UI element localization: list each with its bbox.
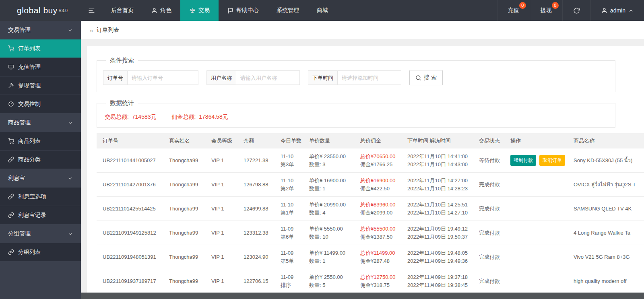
- sidebar-section-2[interactable]: 利息宝: [0, 169, 81, 188]
- order-no-cell: UB2211091948051391: [103, 253, 169, 261]
- search-fields: 订单号用户名称下单时间: [103, 70, 401, 85]
- horizontal-scrollbar[interactable]: [81, 293, 644, 299]
- sidebar-item-0-1[interactable]: 充值管理: [0, 58, 81, 76]
- force-pay-button[interactable]: 强制付款: [510, 155, 536, 166]
- table-row: UB2211101441005027Thongcha99VIP 1127221.…: [97, 148, 644, 173]
- real-name: Thongcha99: [169, 181, 211, 189]
- unfreeze-time: 2022年11月09日 19:38:45: [407, 281, 479, 289]
- table-body: UB2211101441005027Thongcha99VIP 1127221.…: [97, 148, 644, 293]
- stats-fieldset: 数据统计 交易总额: 714583元 佣金总额: 17864.58元: [97, 99, 615, 128]
- product-cell: Sony KD-55X80J (55 นิ้ว): [574, 157, 644, 165]
- real-name-cell: Thongcha99: [169, 229, 211, 237]
- today-orders-cell: 11-09排序: [281, 273, 309, 289]
- sidebar-item-label: 订单列表: [18, 45, 41, 52]
- price-qty-cell: 单价¥ 23550.00数量: 3: [309, 153, 360, 169]
- nav-item-2[interactable]: 交易: [180, 0, 219, 21]
- commission: 佣金¥2099.00: [360, 209, 407, 217]
- nav-item-label: 后台首页: [111, 7, 134, 14]
- sidebar-item-0-0[interactable]: 订单列表: [0, 39, 81, 58]
- search-button[interactable]: 搜 索: [409, 70, 443, 85]
- sidebar: 交易管理订单列表充值管理提现管理交易控制商品管理商品列表商品分类利息宝利息宝选项…: [0, 21, 81, 299]
- price-qty-cell: 单价¥ 2550.00数量: 5: [309, 273, 360, 289]
- commission: 佣金¥287.48: [360, 257, 407, 265]
- nav-item-0[interactable]: 后台首页: [102, 0, 142, 21]
- sidebar-item-label: 商品列表: [18, 138, 41, 145]
- sidebar-section-0[interactable]: 交易管理: [0, 21, 81, 39]
- today-orders-cell: 11-10第1单: [281, 201, 309, 217]
- total-price: 总价¥11499.00: [360, 249, 407, 257]
- vip-level: VIP 1: [211, 157, 244, 165]
- quantity: 数量: 10: [309, 233, 360, 241]
- refresh-button[interactable]: [562, 0, 590, 21]
- balance-cell: 123312.38: [244, 229, 281, 237]
- table-header-cell: 商品名称: [574, 137, 644, 144]
- vip-level: VIP 1: [211, 253, 244, 261]
- breadcrumb: » 订单列表: [81, 21, 644, 40]
- sidebar-item-1-0[interactable]: 商品列表: [0, 132, 81, 150]
- unfreeze-time: 2022年11月10日 14:28:23: [407, 185, 479, 193]
- search-field-input-1[interactable]: [236, 70, 300, 85]
- unit-price: 单价¥ 11499.00: [309, 249, 360, 257]
- cart-icon: [8, 45, 14, 52]
- status-cell: 完成付款: [479, 205, 510, 213]
- total-trade-label: 交易总额:: [105, 113, 129, 120]
- top-navbar: global buy V3.0 后台首页角色交易帮助中心系统管理商城 充值 0 …: [0, 0, 644, 21]
- sidebar-section-label: 交易管理: [8, 27, 31, 34]
- refresh-icon: [573, 7, 580, 14]
- product-name: Vivo V21 5G Ram 8+3G: [574, 253, 644, 261]
- order-number: UB2211101427001376: [103, 181, 169, 189]
- status-cell: 等待付款: [479, 157, 510, 165]
- nav-item-label: 商城: [317, 7, 328, 14]
- quantity: 数量: 3: [309, 161, 360, 169]
- table-header-cell: 真实姓名: [169, 137, 211, 144]
- product-name: OVICX ลู่วิ่งไฟฟ้า รุ่นQ2S T: [574, 181, 644, 189]
- table-header-cell: 操作: [510, 137, 574, 144]
- today-date: 11-09: [281, 273, 309, 281]
- search-field-input-0[interactable]: [128, 70, 198, 85]
- vip-level: VIP 1: [211, 229, 244, 237]
- sidebar-item-1-1[interactable]: 商品分类: [0, 151, 81, 169]
- time-cell: 2022年11月09日 19:49:122022年11月09日 19:50:37: [407, 225, 479, 241]
- sidebar-item-label: 商品分类: [18, 156, 41, 163]
- product-name: Sony KD-55X80J (55 นิ้ว): [574, 157, 644, 165]
- balance-cell: 124699.88: [244, 205, 281, 213]
- price-qty-cell: 单价¥ 20990.00数量: 4: [309, 201, 360, 217]
- table-header-cell: 单价数量: [309, 137, 360, 144]
- search-field-input-2[interactable]: [338, 70, 401, 85]
- product-cell: 4 Long Range Walkie Ta: [574, 229, 644, 237]
- product-cell: Vivo V21 5G Ram 8+3G: [574, 253, 644, 261]
- nav-item-3[interactable]: 帮助中心: [219, 0, 268, 21]
- sidebar-item-3-0[interactable]: 分组列表: [0, 243, 81, 261]
- today-sequence: 第2单: [281, 185, 309, 193]
- nav-item-5[interactable]: 商城: [308, 0, 337, 21]
- cancel-order-button[interactable]: 取消订单: [539, 155, 565, 166]
- balance: 122706.15: [244, 277, 281, 285]
- sidebar-item-2-1[interactable]: 利息宝记录: [0, 206, 81, 224]
- balance-cell: 127221.38: [244, 157, 281, 165]
- price-qty-cell: 单价¥ 5550.00数量: 10: [309, 225, 360, 241]
- total-commission-cell: 总价¥12750.00佣金¥318.75: [360, 273, 407, 289]
- search-button-label: 搜 索: [424, 74, 437, 81]
- sidebar-item-2-0[interactable]: 利息宝选项: [0, 188, 81, 206]
- nav-item-1[interactable]: 角色: [142, 0, 180, 21]
- sidebar-item-0-3[interactable]: 交易控制: [0, 95, 81, 113]
- user-menu[interactable]: admin: [590, 0, 644, 21]
- sidebar-section-3[interactable]: 分组管理: [0, 225, 81, 243]
- real-name-cell: Thongcha99: [169, 157, 211, 165]
- sidebar-section-1[interactable]: 商品管理: [0, 113, 81, 132]
- product-cell: high quality modern off: [574, 277, 644, 285]
- vip-level-cell: VIP 1: [211, 277, 244, 285]
- today-orders-cell: 11-10第2单: [281, 177, 309, 193]
- recharge-button[interactable]: 充值 0: [497, 0, 530, 21]
- real-name-cell: Thongcha99: [169, 253, 211, 261]
- nav-item-4[interactable]: 系统管理: [268, 0, 308, 21]
- chevron-down-icon: [68, 231, 73, 237]
- sidebar-toggle-button[interactable]: [81, 0, 102, 21]
- sidebar-item-0-2[interactable]: 提现管理: [0, 76, 81, 95]
- order-number: UB2211091949125812: [103, 229, 169, 237]
- today-sequence: 第6单: [281, 233, 309, 241]
- withdraw-button[interactable]: 提现 0: [530, 0, 562, 21]
- sidebar-item-label: 充值管理: [18, 64, 41, 71]
- content-card: 条件搜索 订单号用户名称下单时间 搜 索 数据统计 交易总额: 714583元 …: [87, 46, 644, 293]
- order-number: UB2211101441005027: [103, 157, 169, 165]
